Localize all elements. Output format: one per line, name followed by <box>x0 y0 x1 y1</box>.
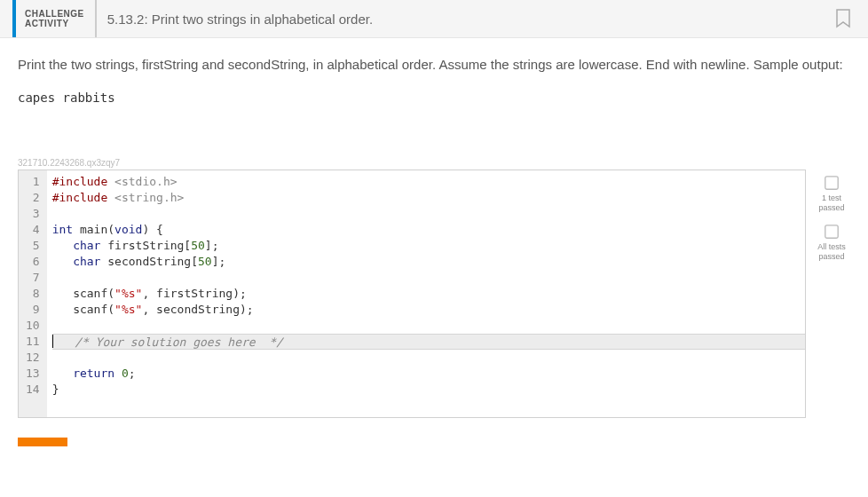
line-number: 7 <box>26 270 40 286</box>
line-number: 11 <box>26 334 40 350</box>
one-test-status: 1 test passed <box>813 175 850 224</box>
code-line: return 0; <box>52 366 805 382</box>
code-line: #include <stdio.h> <box>52 174 805 190</box>
all-tests-status: All tests passed <box>813 224 850 272</box>
code-line <box>52 350 805 366</box>
line-number: 14 <box>26 382 40 398</box>
line-number: 3 <box>26 206 40 222</box>
run-button[interactable] <box>18 438 67 446</box>
code-line: } <box>52 382 805 398</box>
svg-rect-0 <box>825 177 838 189</box>
code-line <box>52 206 805 222</box>
text-cursor <box>52 335 53 348</box>
line-number: 8 <box>26 286 40 302</box>
line-number: 13 <box>26 366 40 382</box>
line-number: 6 <box>26 254 40 270</box>
challenge-label-line1: CHALLENGE <box>25 9 84 19</box>
line-number: 2 <box>26 190 40 206</box>
all-tests-label: All tests passed <box>813 242 850 262</box>
code-line-highlighted: /* Your solution goes here */ <box>52 334 805 350</box>
challenge-label-line2: ACTIVITY <box>25 19 69 28</box>
activity-title: 5.13.2: Print two strings in alphabetica… <box>107 0 373 37</box>
code-editor[interactable]: 1 2 3 4 5 6 7 8 9 10 11 12 13 14 #includ… <box>18 170 806 418</box>
activity-content: Print the two strings, firstString and s… <box>0 38 868 427</box>
bookmark-icon[interactable] <box>831 0 856 37</box>
instructions-text: Print the two strings, firstString and s… <box>18 54 850 75</box>
code-line: char firstString[50]; <box>52 238 805 254</box>
line-number: 12 <box>26 350 40 366</box>
code-body[interactable]: #include <stdio.h> #include <string.h> i… <box>47 170 805 417</box>
line-number: 10 <box>26 318 40 334</box>
line-number: 1 <box>26 174 40 190</box>
code-line: #include <string.h> <box>52 190 805 206</box>
one-test-label: 1 test passed <box>813 193 850 213</box>
line-number-gutter: 1 2 3 4 5 6 7 8 9 10 11 12 13 14 <box>19 170 47 417</box>
code-line: scanf("%s", secondString); <box>52 302 805 318</box>
challenge-activity-label: CHALLENGE ACTIVITY <box>25 0 97 37</box>
svg-rect-1 <box>825 225 838 238</box>
watermark: 321710.2243268.qx3zqy7 <box>18 158 850 168</box>
line-number: 9 <box>26 302 40 318</box>
sample-output: capes rabbits <box>18 91 850 105</box>
line-number: 4 <box>26 222 40 238</box>
accent-bar <box>12 0 16 37</box>
code-line: scanf("%s", firstString); <box>52 286 805 302</box>
activity-header: CHALLENGE ACTIVITY 5.13.2: Print two str… <box>0 0 868 38</box>
code-line <box>52 318 805 334</box>
code-line: int main(void) { <box>52 222 805 238</box>
code-line <box>52 270 805 286</box>
test-status-column: 1 test passed All tests passed <box>806 170 850 272</box>
line-number: 5 <box>26 238 40 254</box>
code-line: char secondString[50]; <box>52 254 805 270</box>
